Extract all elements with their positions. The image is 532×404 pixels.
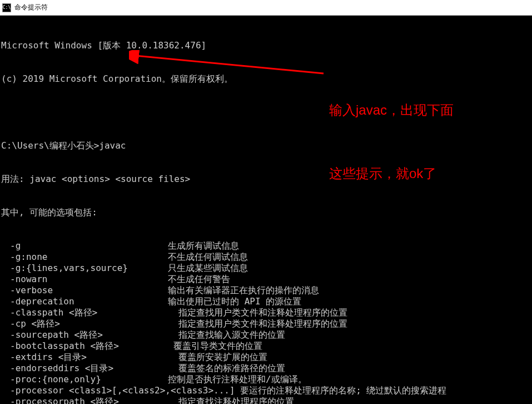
- option-row: -endorseddirs <目录> 覆盖签名的标准路径的位置: [1, 363, 531, 374]
- option-flag: -classpath <路径>: [1, 307, 168, 318]
- option-desc: 指定查找用户类文件和注释处理程序的位置: [168, 318, 347, 329]
- window-titlebar: C:\ 命令提示符: [0, 0, 532, 16]
- option-desc: 覆盖引导类文件的位置: [168, 341, 262, 352]
- option-row: -extdirs <目录> 覆盖所安装扩展的位置: [1, 352, 531, 363]
- option-flag: -proc:{none,only}: [1, 374, 168, 385]
- option-flag: -g:{lines,vars,source}: [1, 263, 168, 274]
- cmd-icon: C:\: [2, 3, 11, 12]
- option-desc: 输出有关编译器正在执行的操作的消息: [168, 285, 319, 296]
- option-row: -processorpath <路径> 指定查找注释处理程序的位置: [1, 396, 531, 404]
- option-row: -proc:{none,only}控制是否执行注释处理和/或编译。: [1, 374, 531, 385]
- blank-line: [1, 107, 531, 118]
- option-desc: 覆盖签名的标准路径的位置: [168, 363, 285, 374]
- option-row: -verbose输出有关编译器正在执行的操作的消息: [1, 285, 531, 296]
- prompt-line[interactable]: C:\Users\编程小石头>javac: [1, 140, 531, 151]
- option-desc: 覆盖所安装扩展的位置: [168, 352, 267, 363]
- option-flag: -processorpath <路径>: [1, 396, 168, 404]
- option-flag: -processor <class1>[,<class2>,<class3>..…: [1, 385, 240, 396]
- option-row: -classpath <路径> 指定查找用户类文件和注释处理程序的位置: [1, 307, 531, 318]
- option-flag: -g:none: [1, 252, 168, 263]
- option-desc: 只生成某些调试信息: [168, 263, 248, 274]
- console-area[interactable]: Microsoft Windows [版本 10.0.18362.476] (c…: [0, 16, 532, 404]
- option-row: -g:{lines,vars,source}只生成某些调试信息: [1, 263, 531, 274]
- option-flag: -deprecation: [1, 296, 168, 307]
- option-flag: -verbose: [1, 285, 168, 296]
- option-flag: -endorseddirs <目录>: [1, 363, 168, 374]
- svg-line-1: [136, 56, 324, 73]
- usage-line-2: 其中, 可能的选项包括:: [1, 207, 531, 218]
- option-desc: 生成所有调试信息: [168, 240, 239, 252]
- banner-line-1: Microsoft Windows [版本 10.0.18362.476]: [1, 40, 531, 51]
- prompt-path: C:\Users\编程小石头>: [1, 140, 99, 151]
- option-row: -g:none不生成任何调试信息: [1, 252, 531, 263]
- option-desc: 不生成任何警告: [168, 274, 230, 285]
- option-desc: 不生成任何调试信息: [168, 252, 248, 263]
- option-flag: -bootclasspath <路径>: [1, 341, 168, 352]
- option-flag: -g: [1, 240, 168, 252]
- option-desc: 输出使用已过时的 API 的源位置: [168, 296, 301, 307]
- option-row: -nowarn不生成任何警告: [1, 274, 531, 285]
- option-desc: 指定查找注释处理程序的位置: [168, 396, 294, 404]
- window-title: 命令提示符: [14, 3, 48, 12]
- option-desc: 控制是否执行注释处理和/或编译。: [168, 374, 307, 385]
- options-list: -g生成所有调试信息-g:none不生成任何调试信息-g:{lines,vars…: [1, 240, 531, 404]
- typed-command: javac: [99, 140, 126, 151]
- usage-line-1: 用法: javac <options> <source files>: [1, 174, 531, 185]
- option-desc: 指定查找输入源文件的位置: [168, 329, 285, 341]
- option-row: -bootclasspath <路径> 覆盖引导类文件的位置: [1, 341, 531, 352]
- option-row: -deprecation输出使用已过时的 API 的源位置: [1, 296, 531, 307]
- option-desc: 指定查找用户类文件和注释处理程序的位置: [168, 307, 347, 318]
- banner-line-2: (c) 2019 Microsoft Corporation。保留所有权利。: [1, 73, 531, 85]
- option-flag: -cp <路径>: [1, 318, 168, 329]
- option-row: -sourcepath <路径> 指定查找输入源文件的位置: [1, 329, 531, 341]
- option-row: -g生成所有调试信息: [1, 240, 531, 252]
- option-flag: -nowarn: [1, 274, 168, 285]
- option-row: -processor <class1>[,<class2>,<class3>..…: [1, 385, 531, 396]
- option-desc: 要运行的注释处理程序的名称; 绕过默认的搜索进程: [240, 385, 446, 396]
- option-flag: -sourcepath <路径>: [1, 329, 168, 341]
- option-flag: -extdirs <目录>: [1, 352, 168, 363]
- option-row: -cp <路径> 指定查找用户类文件和注释处理程序的位置: [1, 318, 531, 329]
